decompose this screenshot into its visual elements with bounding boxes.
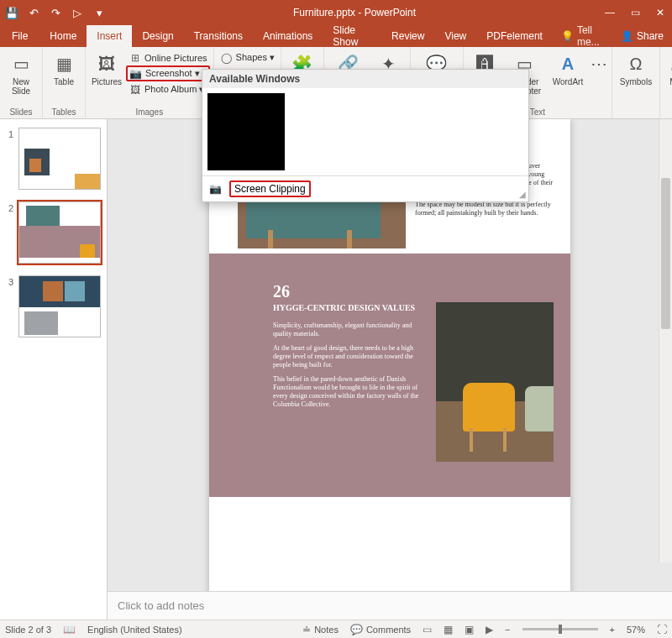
notes-icon: ≐ xyxy=(302,624,311,635)
comments-toggle[interactable]: 💬Comments xyxy=(350,624,411,635)
heading-title-26: HYGGE-CENTRIC DESIGN VALUES xyxy=(273,303,428,313)
slide-number: 3 xyxy=(5,275,13,337)
spellcheck-icon[interactable]: 📖 xyxy=(63,624,76,635)
scroll-thumb[interactable] xyxy=(661,178,670,329)
zoom-percent[interactable]: 57% xyxy=(627,625,645,635)
wordart-button[interactable]: AWordArt xyxy=(548,49,588,86)
vertical-scrollbar[interactable] xyxy=(659,119,672,562)
dropdown-header: Available Windows xyxy=(202,70,528,88)
slide-thumb-2[interactable]: 2 xyxy=(5,201,102,264)
status-bar: Slide 2 of 3 📖 English (United States) ≐… xyxy=(0,620,672,638)
tab-insert[interactable]: Insert xyxy=(87,25,132,47)
shapes-icon: ◯ xyxy=(220,51,233,64)
shapes-label: Shapes ▾ xyxy=(236,52,275,63)
group-symbols: ΩSymbols xyxy=(612,47,660,118)
wordart-icon: A xyxy=(556,52,580,76)
photo-album-icon: 🖼 xyxy=(129,83,141,96)
symbols-button[interactable]: ΩSymbols xyxy=(616,49,656,86)
slide-thumbnail-pane[interactable]: 1 2 3 xyxy=(0,119,108,620)
zoom-slider[interactable] xyxy=(522,628,598,630)
photo-album-label: Photo Album ▾ xyxy=(144,84,204,95)
close-button[interactable]: ✕ xyxy=(654,6,667,19)
table-button[interactable]: ▦ Table xyxy=(46,49,81,86)
start-slideshow-icon[interactable]: ▷ xyxy=(71,6,84,19)
undo-icon[interactable]: ↶ xyxy=(27,6,40,19)
group-media: 🔊Media xyxy=(660,47,672,118)
group-tables: ▦ Table Tables xyxy=(43,47,86,118)
window-title: Furniture.pptx - PowerPoint xyxy=(106,7,603,18)
pictures-icon: 🖼 xyxy=(95,52,118,76)
tab-design[interactable]: Design xyxy=(132,25,183,47)
tab-pdfelement[interactable]: PDFelement xyxy=(476,25,553,47)
group-slides-label: Slides xyxy=(3,107,39,118)
comments-label: Comments xyxy=(366,625,411,635)
share-label: Share xyxy=(637,30,664,42)
shapes-button[interactable]: ◯Shapes ▾ xyxy=(218,50,277,65)
media-button[interactable]: 🔊Media xyxy=(664,49,672,86)
tab-file[interactable]: File xyxy=(0,25,39,47)
slide-number: 2 xyxy=(5,201,13,264)
share-button[interactable]: 👤 Share xyxy=(612,25,672,47)
slideshow-view-icon[interactable]: ▶ xyxy=(486,624,493,635)
screenshot-label: Screenshot ▾ xyxy=(145,68,200,79)
online-pictures-button[interactable]: ⊞Online Pictures xyxy=(126,50,210,65)
slide-thumb-img xyxy=(18,275,101,337)
heading-num-26: 26 xyxy=(273,282,428,301)
ribbon-tabs: File Home Insert Design Transitions Anim… xyxy=(0,25,672,47)
person-icon: 👤 xyxy=(621,30,633,42)
zoom-knob[interactable] xyxy=(559,625,562,634)
notes-placeholder: Click to add notes xyxy=(118,599,204,612)
para-26-3: This belief in the pared-down aesthetic … xyxy=(273,375,428,409)
save-icon[interactable]: 💾 xyxy=(5,6,18,19)
slide-thumb-1[interactable]: 1 xyxy=(5,128,102,190)
new-slide-icon: ▭ xyxy=(9,52,33,76)
notes-label: Notes xyxy=(314,625,339,635)
title-bar: 💾 ↶ ↷ ▷ ▾ Furniture.pptx - PowerPoint — … xyxy=(0,0,672,25)
notes-pane[interactable]: Click to add notes xyxy=(108,591,672,620)
fit-to-window-icon[interactable]: ⛶ xyxy=(657,624,667,635)
photo-album-button[interactable]: 🖼Photo Album ▾ xyxy=(126,82,210,97)
new-slide-button[interactable]: ▭ New Slide xyxy=(3,49,39,96)
text-more-button[interactable]: ⋯ xyxy=(590,49,608,76)
redo-icon[interactable]: ↷ xyxy=(49,6,62,19)
online-pictures-icon: ⊞ xyxy=(129,51,141,64)
tab-slideshow[interactable]: Slide Show xyxy=(323,25,381,47)
zoom-out-button[interactable]: − xyxy=(505,625,510,635)
group-slides: ▭ New Slide Slides xyxy=(0,47,43,118)
symbols-label: Symbols xyxy=(620,77,652,86)
symbols-icon: Ω xyxy=(624,52,648,76)
sorter-view-icon[interactable]: ▦ xyxy=(444,624,453,635)
para-24-2: The space may be modest in size but it i… xyxy=(415,201,554,217)
group-tables-label: Tables xyxy=(46,107,81,118)
slide-indicator[interactable]: Slide 2 of 3 xyxy=(5,625,51,635)
ribbon: ▭ New Slide Slides ▦ Table Tables 🖼 Pict… xyxy=(0,47,672,119)
text-block-26[interactable]: 26 HYGGE-CENTRIC DESIGN VALUES Simplicit… xyxy=(273,282,428,415)
screenshot-button[interactable]: 📷Screenshot ▾ xyxy=(126,65,210,81)
minimize-button[interactable]: — xyxy=(603,6,617,19)
tab-home[interactable]: Home xyxy=(39,25,87,47)
qat-more-icon[interactable]: ▾ xyxy=(92,6,106,19)
para-26-1: Simplicity, craftsmanship, elegant funct… xyxy=(273,322,428,338)
tab-animations[interactable]: Animations xyxy=(253,25,323,47)
screen-clipping-item[interactable]: 📷 Screen Clipping xyxy=(202,175,528,201)
tab-transitions[interactable]: Transitions xyxy=(184,25,253,47)
tab-view[interactable]: View xyxy=(434,25,476,47)
tab-review[interactable]: Review xyxy=(381,25,434,47)
tell-me[interactable]: 💡 Tell me... xyxy=(553,25,612,47)
screenshot-dropdown: Available Windows 📷 Screen Clipping ◢ xyxy=(202,69,529,202)
reading-view-icon[interactable]: ▣ xyxy=(465,624,474,635)
zoom-in-button[interactable]: + xyxy=(610,625,615,635)
resize-grip-icon[interactable]: ◢ xyxy=(519,190,526,199)
language-indicator[interactable]: English (United States) xyxy=(87,625,182,635)
normal-view-icon[interactable]: ▭ xyxy=(423,624,432,635)
maximize-button[interactable]: ▭ xyxy=(628,6,642,19)
available-window-thumb[interactable] xyxy=(207,93,285,170)
slide-thumb-img xyxy=(18,128,101,190)
chair-image[interactable] xyxy=(436,302,554,462)
screenshot-icon: 📷 xyxy=(129,67,142,80)
notes-toggle[interactable]: ≐Notes xyxy=(302,624,339,635)
pictures-button[interactable]: 🖼 Pictures xyxy=(89,49,124,86)
slide-thumb-3[interactable]: 3 xyxy=(5,275,102,337)
bulb-icon: 💡 xyxy=(561,30,574,42)
slide-thumb-img xyxy=(18,201,101,264)
